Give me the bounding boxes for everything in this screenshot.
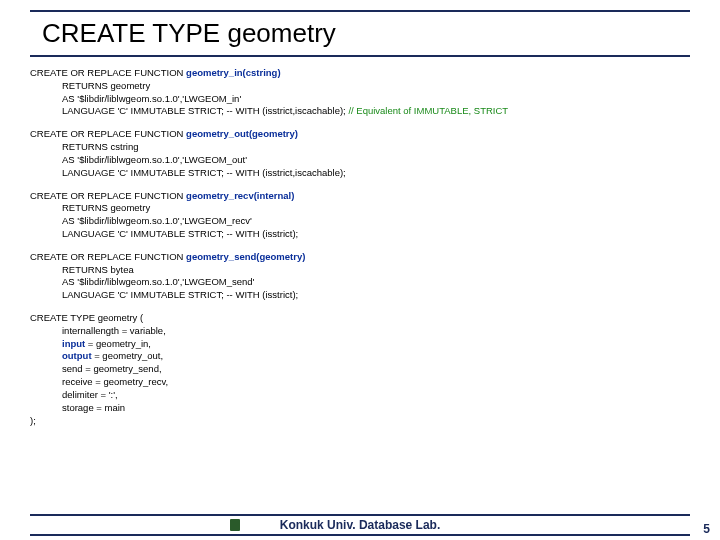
function-head: CREATE OR REPLACE FUNCTION geometry_in(c…	[30, 67, 690, 80]
output-rest: = geometry_out,	[92, 350, 164, 361]
function-head: CREATE OR REPLACE FUNCTION geometry_recv…	[30, 190, 690, 203]
function-block: CREATE OR REPLACE FUNCTION geometry_out(…	[30, 128, 690, 179]
ctype-line: receive = geometry_recv,	[62, 376, 690, 389]
function-block: CREATE OR REPLACE FUNCTION geometry_recv…	[30, 190, 690, 241]
ctype-line: delimiter = ':',	[62, 389, 690, 402]
ctype-input-line: input = geometry_in,	[62, 338, 690, 351]
page-number: 5	[703, 522, 710, 536]
head-pre-text: CREATE OR REPLACE FUNCTION	[30, 190, 186, 201]
create-type-block: CREATE TYPE geometry ( internallength = …	[30, 312, 690, 427]
ctype-line: internallength = variable,	[62, 325, 690, 338]
code-line: AS '$libdir/liblwgeom.so.1.0','LWGEOM_re…	[62, 215, 690, 228]
function-body: RETURNS geometryAS '$libdir/liblwgeom.so…	[30, 202, 690, 240]
logo-icon	[230, 519, 240, 531]
code-line: AS '$libdir/liblwgeom.so.1.0','LWGEOM_se…	[62, 276, 690, 289]
footer-text: Konkuk Univ. Database Lab.	[280, 518, 440, 532]
function-name: geometry_out(geometry)	[186, 128, 298, 139]
function-name: geometry_in(cstring)	[186, 67, 281, 78]
language-line: LANGUAGE 'C' IMMUTABLE STRICT; -- WITH (…	[62, 105, 690, 118]
ctype-line: send = geometry_send,	[62, 363, 690, 376]
language-line: LANGUAGE 'C' IMMUTABLE STRICT; -- WITH (…	[62, 228, 690, 241]
head-pre-text: CREATE OR REPLACE FUNCTION	[30, 251, 186, 262]
code-line: RETURNS geometry	[62, 202, 690, 215]
function-block: CREATE OR REPLACE FUNCTION geometry_in(c…	[30, 67, 690, 118]
code-line: AS '$libdir/liblwgeom.so.1.0','LWGEOM_in…	[62, 93, 690, 106]
code-line: RETURNS cstring	[62, 141, 690, 154]
code-line: RETURNS bytea	[62, 264, 690, 277]
language-line: LANGUAGE 'C' IMMUTABLE STRICT; -- WITH (…	[62, 289, 690, 302]
code-line: AS '$libdir/liblwgeom.so.1.0','LWGEOM_ou…	[62, 154, 690, 167]
head-pre-text: CREATE OR REPLACE FUNCTION	[30, 67, 186, 78]
ctype-close: );	[30, 415, 690, 428]
content-area: CREATE OR REPLACE FUNCTION geometry_in(c…	[0, 67, 720, 427]
head-pre-text: CREATE OR REPLACE FUNCTION	[30, 128, 186, 139]
function-body: RETURNS geometryAS '$libdir/liblwgeom.so…	[30, 80, 690, 118]
language-text: LANGUAGE 'C' IMMUTABLE STRICT; -- WITH (…	[62, 289, 298, 300]
language-text: LANGUAGE 'C' IMMUTABLE STRICT; -- WITH (…	[62, 228, 298, 239]
function-head: CREATE OR REPLACE FUNCTION geometry_out(…	[30, 128, 690, 141]
function-name: geometry_recv(internal)	[186, 190, 294, 201]
ctype-output-line: output = geometry_out,	[62, 350, 690, 363]
output-keyword: output	[62, 350, 92, 361]
function-name: geometry_send(geometry)	[186, 251, 305, 262]
ctype-line: storage = main	[62, 402, 690, 415]
function-block: CREATE OR REPLACE FUNCTION geometry_send…	[30, 251, 690, 302]
code-line: RETURNS geometry	[62, 80, 690, 93]
footer: Konkuk Univ. Database Lab.	[0, 514, 720, 540]
language-text: LANGUAGE 'C' IMMUTABLE STRICT; -- WITH (…	[62, 167, 346, 178]
ctype-head: CREATE TYPE geometry (	[30, 312, 690, 325]
language-line: LANGUAGE 'C' IMMUTABLE STRICT; -- WITH (…	[62, 167, 690, 180]
function-body: RETURNS cstringAS '$libdir/liblwgeom.so.…	[30, 141, 690, 179]
input-rest: = geometry_in,	[85, 338, 151, 349]
input-keyword: input	[62, 338, 85, 349]
comment-text: // Equivalent of IMMUTABLE, STRICT	[348, 105, 508, 116]
title-rule	[30, 55, 690, 57]
function-body: RETURNS byteaAS '$libdir/liblwgeom.so.1.…	[30, 264, 690, 302]
function-head: CREATE OR REPLACE FUNCTION geometry_send…	[30, 251, 690, 264]
language-text: LANGUAGE 'C' IMMUTABLE STRICT; -- WITH (…	[62, 105, 348, 116]
slide-title: CREATE TYPE geometry	[30, 12, 690, 55]
